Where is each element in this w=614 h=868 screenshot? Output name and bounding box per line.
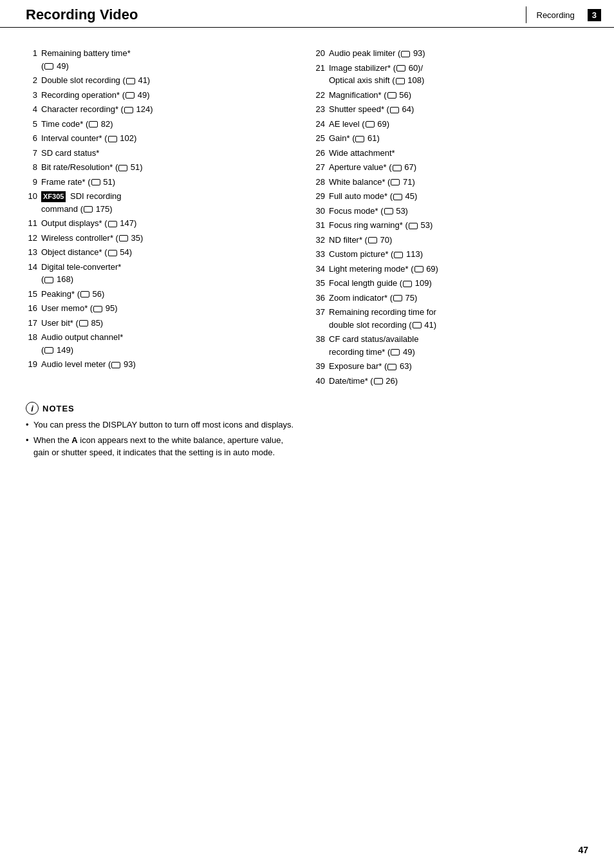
item-text: Gain* ( 61) <box>329 132 588 145</box>
item-text: User memo* ( 95) <box>41 302 301 315</box>
item-text: Exposure bar* ( 63) <box>329 360 588 373</box>
item-text: Interval counter* ( 102) <box>41 132 301 145</box>
notes-list: You can press the DISPLAY button to turn… <box>26 419 588 459</box>
ref-icon <box>44 63 53 70</box>
ref-icon <box>394 252 403 258</box>
list-item: 16 User memo* ( 95) <box>26 302 301 315</box>
page-footer: 47 <box>578 845 588 855</box>
item-text: Focus mode* ( 53) <box>329 205 588 218</box>
item-text: Remaining recording time fordouble slot … <box>329 306 588 331</box>
item-text: Bit rate/Resolution* ( 51) <box>41 161 301 174</box>
ref-icon <box>393 295 402 301</box>
ref-icon <box>80 291 89 297</box>
item-text: Aperture value* ( 67) <box>329 161 588 174</box>
ref-icon <box>413 322 422 328</box>
item-num: 1 <box>26 47 41 60</box>
item-text: Focus ring warning* ( 53) <box>329 219 588 232</box>
notes-item-text: When the A icon appears next to the whit… <box>33 435 283 458</box>
list-item: 7 SD card status* <box>26 147 301 160</box>
list-item: 1 Remaining battery time*( 49) <box>26 47 301 72</box>
item-text: Audio level meter ( 93) <box>41 358 301 371</box>
header-section-label: Recording <box>537 10 575 20</box>
list-item: 34 Light metering mode* ( 69) <box>313 263 588 276</box>
page-header: Recording Video Recording 3 <box>0 0 614 28</box>
ref-icon <box>126 78 135 84</box>
ref-icon <box>118 165 127 171</box>
item-text: Date/time* ( 26) <box>329 375 588 388</box>
bold-a-icon: A <box>71 435 77 445</box>
ref-icon <box>108 221 117 227</box>
ref-icon <box>396 78 405 84</box>
main-content: 1 Remaining battery time*( 49) 2 Double … <box>0 28 614 481</box>
list-item: 26 Wide attachment* <box>313 147 588 160</box>
item-num: 7 <box>26 147 41 160</box>
ref-icon <box>108 250 117 256</box>
item-num: 8 <box>26 161 41 174</box>
list-item: 13 Object distance* ( 54) <box>26 246 301 259</box>
list-item: 2 Double slot recording ( 41) <box>26 74 301 87</box>
page-wrapper: Recording Video Recording 3 1 Remaining … <box>0 0 614 868</box>
ref-icon <box>111 362 120 368</box>
left-item-list: 1 Remaining battery time*( 49) 2 Double … <box>26 47 301 371</box>
columns-wrapper: 1 Remaining battery time*( 49) 2 Double … <box>26 47 588 389</box>
item-text: Frame rate* ( 51) <box>41 176 301 189</box>
list-item: 12 Wireless controller* ( 35) <box>26 232 301 245</box>
list-item: 8 Bit rate/Resolution* ( 51) <box>26 161 301 174</box>
item-num: 34 <box>313 263 329 276</box>
item-text: Wide attachment* <box>329 147 588 160</box>
right-column: 20 Audio peak limiter ( 93) 21 Image sta… <box>313 47 588 389</box>
item-num: 9 <box>26 176 41 189</box>
list-item: 19 Audio level meter ( 93) <box>26 358 301 371</box>
item-num: 11 <box>26 217 41 230</box>
list-item: 35 Focal length guide ( 109) <box>313 277 588 290</box>
ref-icon <box>374 378 383 384</box>
item-text: Custom picture* ( 113) <box>329 248 588 261</box>
item-text: Digital tele-converter*( 168) <box>41 261 301 286</box>
list-item: 3 Recording operation* ( 49) <box>26 89 301 102</box>
ref-icon <box>393 165 402 171</box>
ref-icon <box>108 136 117 142</box>
ref-icon <box>79 320 88 326</box>
item-num: 2 <box>26 74 41 87</box>
ref-icon <box>387 92 396 99</box>
item-text: CF card status/availablerecording time* … <box>329 333 588 358</box>
item-num: 21 <box>313 62 329 75</box>
list-item: 9 Frame rate* ( 51) <box>26 176 301 189</box>
list-item: 10 XF305 SDI recordingcommand ( 175) <box>26 190 301 215</box>
item-num: 33 <box>313 248 329 261</box>
list-item: 28 White balance* ( 71) <box>313 176 588 189</box>
list-item: 21 Image stabilizer* ( 60)/Optical axis … <box>313 62 588 87</box>
header-page-num: 3 <box>588 9 601 21</box>
list-item: 36 Zoom indicator* ( 75) <box>313 292 588 305</box>
ref-icon <box>387 364 396 370</box>
list-item: 6 Interval counter* ( 102) <box>26 132 301 145</box>
item-num: 16 <box>26 302 41 315</box>
ref-icon <box>414 266 423 272</box>
item-text: Magnification* ( 56) <box>329 89 588 102</box>
list-item: 37 Remaining recording time fordouble sl… <box>313 306 588 331</box>
item-text: SD card status* <box>41 147 301 160</box>
item-num: 40 <box>313 375 329 388</box>
list-item: 32 ND filter* ( 70) <box>313 234 588 247</box>
footer-page-number: 47 <box>578 845 588 855</box>
item-text: Recording operation* ( 49) <box>41 89 301 102</box>
item-num: 30 <box>313 205 329 218</box>
ref-icon <box>44 347 53 354</box>
ref-icon <box>390 107 399 113</box>
ref-icon <box>93 306 102 312</box>
list-item: 33 Custom picture* ( 113) <box>313 248 588 261</box>
item-text: Shutter speed* ( 64) <box>329 103 588 116</box>
list-item: 39 Exposure bar* ( 63) <box>313 360 588 373</box>
item-num: 29 <box>313 190 329 203</box>
list-item: 23 Shutter speed* ( 64) <box>313 103 588 116</box>
item-num: 15 <box>26 288 41 301</box>
item-num: 14 <box>26 261 41 274</box>
item-num: 27 <box>313 161 329 174</box>
ref-icon <box>89 121 98 127</box>
item-text: Audio output channel*( 149) <box>41 331 301 356</box>
list-item: 5 Time code* ( 82) <box>26 118 301 131</box>
list-item: 18 Audio output channel*( 149) <box>26 331 301 356</box>
item-num: 22 <box>313 89 329 102</box>
ref-icon <box>401 51 410 57</box>
item-num: 3 <box>26 89 41 102</box>
